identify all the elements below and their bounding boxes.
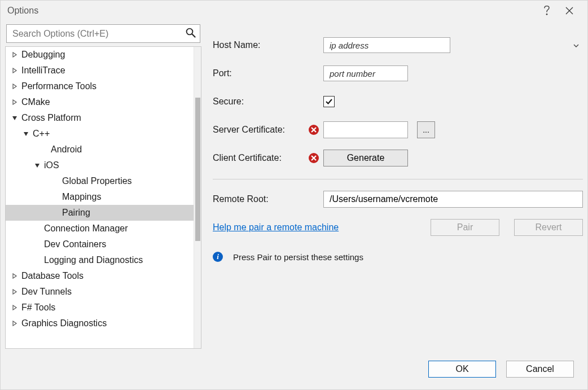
remote-root-input[interactable] [323,191,583,208]
tree-item[interactable]: CMake [6,94,194,110]
host-name-label: Host Name: [213,40,309,50]
tree-item-label: CMake [21,97,50,107]
options-tree: DebuggingIntelliTracePerformance ToolsCM… [5,46,201,349]
revert-button[interactable]: Revert [514,219,583,236]
tree-item[interactable]: Logging and Diagnostics [6,252,194,268]
port-input[interactable] [323,65,408,81]
search-input[interactable] [6,24,200,43]
titlebar: Options [1,1,587,21]
tree-item-label: C++ [33,129,50,139]
tree-item[interactable]: Pairing [6,205,194,221]
chevron-right-icon[interactable] [11,304,18,311]
info-text: Press Pair to persist these settings [233,252,363,262]
tree-item-label: Pairing [62,208,90,218]
ok-button[interactable]: OK [428,361,496,378]
server-cert-label: Server Certificate: [213,125,309,135]
pair-button[interactable]: Pair [431,219,499,236]
chevron-right-icon[interactable] [11,320,18,327]
tree-item-label: Mappings [62,192,101,202]
chevron-right-icon[interactable] [11,99,18,106]
tree-item[interactable]: Debugging [6,47,194,63]
tree-item[interactable]: Android [6,142,194,157]
generate-button[interactable]: Generate [323,150,408,166]
tree-item[interactable]: iOS [6,157,194,173]
client-cert-label: Client Certificate: [213,153,309,163]
tree-item-label: Android [51,144,82,155]
tree-item-label: Graphics Diagnostics [21,318,107,328]
tree-item[interactable]: Database Tools [6,268,194,284]
tree-item-label: Performance Tools [21,81,96,91]
help-pair-link[interactable]: Help me pair a remote machine [213,222,339,233]
tree-arrow-none [52,209,59,216]
settings-panel: Host Name: Port: Secure: [213,21,583,349]
host-name-input[interactable] [323,37,450,53]
tree-item[interactable]: Dev Containers [6,236,194,252]
dialog-body: DebuggingIntelliTracePerformance ToolsCM… [1,21,587,349]
left-panel: DebuggingIntelliTracePerformance ToolsCM… [5,21,201,349]
search-icon[interactable] [186,28,196,40]
tree-item-label: Dev Tunnels [21,287,72,297]
divider [213,179,583,179]
tree-item[interactable]: Mappings [6,189,194,205]
error-icon [309,125,319,135]
tree-item-label: Global Properties [62,176,132,186]
dialog-footer: OK Cancel [1,349,587,389]
tree-item[interactable]: Performance Tools [6,78,194,94]
tree-arrow-none [34,257,41,264]
tree-item-label: iOS [44,160,59,170]
tree-item[interactable]: Graphics Diagnostics [6,315,194,331]
info-icon: i [213,252,223,262]
chevron-down-icon[interactable] [11,115,18,121]
cancel-button[interactable]: Cancel [506,361,574,378]
svg-point-0 [546,14,547,15]
search-box [6,24,200,43]
options-dialog: Options DebuggingIntelliTracePerformance… [0,0,588,390]
chevron-down-icon[interactable] [34,162,41,169]
chevron-right-icon[interactable] [11,83,18,90]
tree-item-label: Connection Manager [44,224,128,234]
chevron-right-icon[interactable] [11,67,18,74]
tree-scrollbar[interactable] [194,47,201,348]
tree-item-label: Database Tools [21,271,84,281]
port-label: Port: [213,68,309,78]
tree-item-label: Debugging [21,50,65,60]
chevron-right-icon[interactable] [11,273,18,279]
tree-item-label: F# Tools [21,303,55,313]
tree-item-label: Logging and Diagnostics [44,255,143,265]
tree-item[interactable]: IntelliTrace [6,63,194,78]
tree-arrow-none [52,194,59,200]
secure-checkbox[interactable] [323,96,335,107]
error-icon [309,153,319,163]
tree-item-label: Dev Containers [44,239,106,249]
chevron-right-icon[interactable] [11,288,18,295]
chevron-down-icon [573,41,580,51]
chevron-right-icon[interactable] [11,51,18,58]
tree-item-label: Cross Platform [21,113,81,123]
chevron-down-icon[interactable] [23,130,29,137]
remote-root-label: Remote Root: [213,194,309,204]
server-cert-input[interactable] [323,121,408,138]
tree-arrow-none [41,146,47,153]
secure-label: Secure: [213,97,309,107]
tree-arrow-none [52,178,59,185]
tree-item[interactable]: Global Properties [6,173,194,189]
tree-item[interactable]: F# Tools [6,300,194,315]
tree-item[interactable]: Dev Tunnels [6,284,194,300]
tree-item[interactable]: Cross Platform [6,110,194,126]
tree-item-label: IntelliTrace [21,65,65,76]
window-title: Options [7,6,38,16]
tree-item[interactable]: Connection Manager [6,221,194,236]
help-icon[interactable] [536,1,558,21]
tree-arrow-none [34,241,41,248]
tree-arrow-none [34,225,41,232]
close-icon[interactable] [558,1,581,21]
tree-item[interactable]: C++ [6,126,194,142]
browse-button[interactable]: ... [417,121,435,138]
scrollbar-thumb[interactable] [195,98,200,241]
